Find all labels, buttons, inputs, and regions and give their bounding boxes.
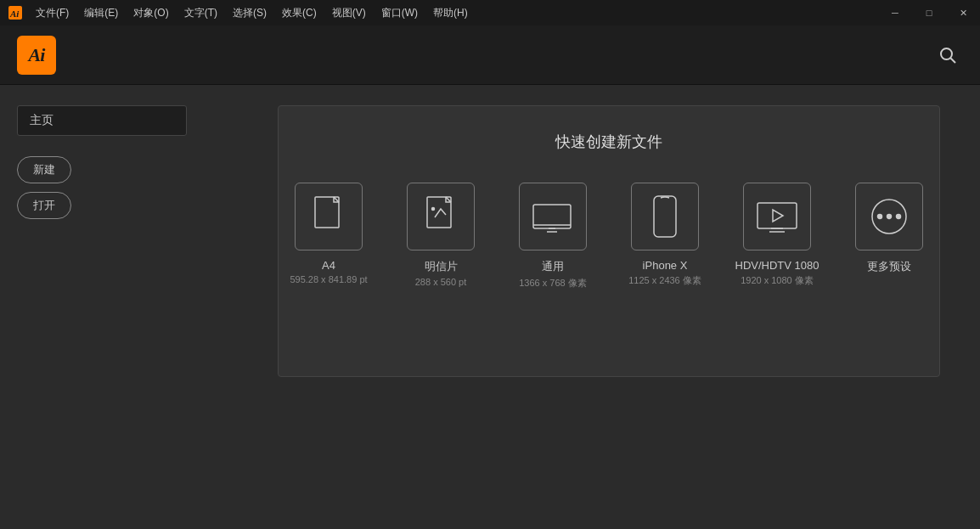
template-more[interactable]: 更多预设 [847,183,932,277]
template-more-name: 更多预设 [867,259,911,274]
template-a4-size: 595.28 x 841.89 pt [290,274,367,284]
template-postcard-info: 明信片 288 x 560 pt [415,259,467,287]
minimize-button[interactable]: ─ [878,0,912,25]
template-a4-icon [295,183,363,250]
svg-rect-12 [758,203,797,228]
template-iphone[interactable]: iPhone X 1125 x 2436 像素 [622,183,707,287]
ai-logo: Ai [17,36,56,75]
svg-point-2 [941,48,952,59]
menu-edit[interactable]: 编辑(E) [77,3,125,24]
template-hdtv-name: HDV/HDTV 1080 [735,259,819,272]
menu-help[interactable]: 帮助(H) [426,3,475,24]
search-button[interactable] [932,40,963,70]
template-a4-name: A4 [290,259,367,272]
titlebar: Ai 文件(F) 编辑(E) 对象(O) 文字(T) 选择(S) 效果(C) 视… [0,0,980,25]
template-a4-info: A4 595.28 x 841.89 pt [290,259,367,284]
app-header: Ai [0,25,980,85]
menu-effect[interactable]: 效果(C) [275,3,324,24]
svg-text:Ai: Ai [9,8,20,19]
menu-window[interactable]: 窗口(W) [375,3,425,24]
template-iphone-icon [631,183,699,250]
titlebar-ai-icon: Ai [7,4,24,21]
template-hdtv-info: HDV/HDTV 1080 1920 x 1080 像素 [735,259,819,287]
menu-object[interactable]: 对象(O) [127,3,175,24]
template-a4[interactable]: A4 595.28 x 841.89 pt [286,183,371,284]
template-postcard-name: 明信片 [415,259,467,274]
window-controls: ─ □ ✕ [878,0,980,25]
template-iphone-size: 1125 x 2436 像素 [628,274,701,287]
close-button[interactable]: ✕ [946,0,980,25]
svg-point-18 [887,215,892,219]
quick-create-panel: 快速创建新文件 A4 595.28 x 841.89 pt [278,105,940,377]
svg-point-19 [897,215,901,219]
content-area: 快速创建新文件 A4 595.28 x 841.89 pt [238,85,980,529]
template-postcard-size: 288 x 560 pt [415,277,467,287]
menu-bar: 文件(F) 编辑(E) 对象(O) 文字(T) 选择(S) 效果(C) 视图(V… [29,3,973,24]
svg-line-3 [951,58,956,63]
sidebar: 主页 新建 打开 [0,85,238,529]
template-more-info: 更多预设 [867,259,911,277]
menu-view[interactable]: 视图(V) [325,3,373,24]
template-hdtv-icon [743,183,811,250]
maximize-button[interactable]: □ [912,0,946,25]
template-hdtv[interactable]: HDV/HDTV 1080 1920 x 1080 像素 [735,183,819,287]
template-iphone-name: iPhone X [628,259,701,272]
menu-select[interactable]: 选择(S) [226,3,273,24]
open-button[interactable]: 打开 [17,192,71,219]
menu-file[interactable]: 文件(F) [29,3,76,24]
template-more-icon [855,183,923,250]
template-grid: A4 595.28 x 841.89 pt [286,183,932,290]
template-postcard-icon [407,183,475,250]
svg-rect-11 [654,196,676,237]
action-buttons: 新建 打开 [17,156,221,219]
template-common-name: 通用 [519,259,587,274]
quick-create-title: 快速创建新文件 [555,132,662,152]
home-label: 主页 [17,105,187,136]
template-hdtv-size: 1920 x 1080 像素 [735,274,819,287]
svg-point-17 [878,215,882,219]
template-iphone-info: iPhone X 1125 x 2436 像素 [628,259,701,287]
template-common-size: 1366 x 768 像素 [519,277,587,290]
svg-point-6 [432,208,435,211]
template-common-info: 通用 1366 x 768 像素 [519,259,587,290]
new-button[interactable]: 新建 [17,156,71,183]
template-postcard[interactable]: 明信片 288 x 560 pt [398,183,483,287]
menu-text[interactable]: 文字(T) [177,3,224,24]
svg-marker-13 [773,210,783,222]
template-common-icon [519,183,587,250]
template-common[interactable]: 通用 1366 x 768 像素 [510,183,595,290]
main-content: 主页 新建 打开 快速创建新文件 [0,85,980,529]
